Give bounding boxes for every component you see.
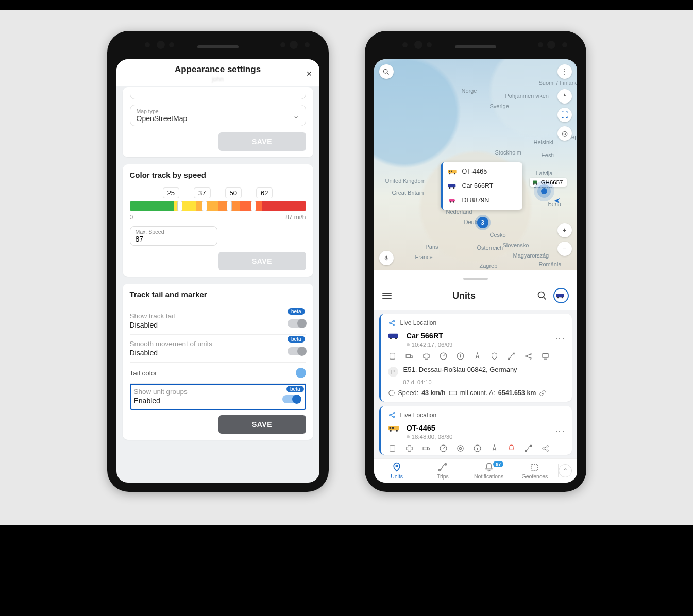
live-location-row[interactable]: Live Location (388, 411, 566, 419)
svg-rect-43 (542, 354, 548, 358)
share2-icon[interactable] (524, 352, 533, 361)
toggle-smooth-movement[interactable]: Smooth movement of units Disabled beta (130, 335, 306, 363)
svg-point-29 (395, 337, 396, 339)
popup-unit-row[interactable]: OT-4465 (443, 164, 522, 179)
mic-icon[interactable] (379, 251, 394, 265)
unit-group-popup: OT-4465 Car 566RT DL8879N (441, 162, 522, 210)
route-icon[interactable] (507, 352, 516, 361)
gauge-icon[interactable] (439, 444, 448, 453)
map-label: Suomi / Finland (539, 80, 577, 86)
map-label: United Kingdom (385, 178, 426, 184)
map-label: Eesti (542, 152, 554, 158)
slider-handle[interactable] (251, 201, 256, 211)
map[interactable]: Suomi / FinlandSverigeNorgePohjanmeri vi… (374, 59, 577, 270)
unit-card[interactable]: Live Location OT-4465 18:48:00, 08/30 ⋮ (379, 406, 572, 455)
compass-icon[interactable] (490, 444, 499, 453)
nav-trips[interactable]: Trips (420, 462, 466, 480)
map-label: Sverige (490, 103, 509, 109)
puzzle-icon[interactable] (405, 444, 414, 453)
share2-icon[interactable] (541, 444, 550, 453)
list-title: Units (452, 290, 476, 301)
map-label: Stockholm (495, 149, 521, 156)
more-icon[interactable]: ⋮ (557, 64, 572, 79)
slider-handle[interactable] (177, 201, 182, 211)
tail-color-swatch[interactable] (296, 368, 306, 378)
nav-geofences[interactable]: Geofences (512, 462, 557, 480)
svg-point-35 (460, 354, 461, 355)
close-icon[interactable]: ✕ (306, 70, 312, 78)
info-icon[interactable] (456, 352, 465, 361)
max-speed-label: Max. Speed (136, 229, 212, 235)
nav-notifications[interactable]: 97 Notifications (466, 462, 512, 480)
nav-units[interactable]: Units (374, 462, 420, 480)
odometer-icon (449, 390, 457, 396)
unit-card[interactable]: Live Location Car 566RT 10:42:17, 06/09 … (379, 314, 572, 402)
zoom-out-button[interactable]: − (557, 242, 572, 256)
compass-icon[interactable] (557, 89, 572, 104)
user-avatar[interactable] (553, 288, 569, 303)
device-icon[interactable] (388, 352, 397, 361)
compass-icon[interactable] (473, 352, 482, 361)
route-icon[interactable] (524, 444, 533, 453)
map-label: România (539, 261, 562, 267)
monitor-icon[interactable] (541, 352, 550, 361)
beta-badge: beta (286, 386, 303, 392)
svg-point-28 (390, 337, 391, 339)
switch-off[interactable] (288, 347, 306, 355)
unit-action-icons (388, 352, 566, 361)
svg-rect-57 (390, 446, 395, 451)
gauge-icon[interactable] (439, 352, 448, 361)
popup-unit-row[interactable]: Car 566RT (443, 179, 522, 193)
switch-on[interactable] (282, 395, 301, 403)
unit-cluster-marker[interactable]: 3 (477, 217, 488, 228)
speed-color-slider[interactable] (130, 201, 306, 211)
map-type-select[interactable]: Map type OpenStreetMap ⌄ (130, 105, 306, 126)
drag-handle[interactable] (463, 278, 488, 280)
map-label: Magyarország (513, 252, 549, 259)
device-icon[interactable] (388, 444, 397, 453)
truck-icon[interactable] (405, 352, 414, 361)
svg-point-23 (393, 320, 395, 322)
popup-unit-row[interactable]: DL8879N (443, 193, 522, 208)
alert-icon[interactable] (507, 444, 516, 453)
live-location-row[interactable]: Live Location (388, 319, 566, 327)
fit-to-screen-icon[interactable]: ⛶ (557, 108, 572, 122)
svg-point-10 (453, 187, 454, 189)
more-icon[interactable]: ⋮ (554, 426, 566, 436)
list-header: Units (374, 282, 577, 310)
share-icon (388, 319, 396, 327)
search-icon[interactable] (537, 290, 547, 301)
menu-icon[interactable] (382, 293, 392, 299)
slider-handle[interactable] (227, 201, 232, 211)
toggle-show-unit-groups[interactable]: Show unit groups Enabled beta (130, 384, 306, 410)
switch-off[interactable] (288, 319, 306, 328)
svg-line-18 (544, 297, 546, 299)
locate-me-icon[interactable]: ◎ (557, 126, 572, 141)
zoom-in-button[interactable]: + (557, 223, 572, 237)
truck-icon[interactable] (422, 444, 431, 453)
svg-point-37 (513, 353, 515, 354)
more-icon[interactable]: ⋮ (554, 334, 566, 344)
max-speed-input[interactable]: Max. Speed 87 (130, 226, 217, 246)
target-icon[interactable] (456, 444, 465, 453)
tail-section-title: Track tail and marker (130, 290, 306, 299)
partial-field-above[interactable] (130, 87, 306, 99)
save-button-map[interactable]: SAVE (218, 132, 306, 151)
svg-point-21 (561, 297, 563, 299)
toggle-show-track-tail[interactable]: Show track tail Disabled beta (130, 307, 306, 335)
map-label: Pohjanmeri viken (505, 93, 549, 99)
save-button-color[interactable]: SAVE (218, 252, 306, 270)
slider-handle[interactable] (202, 201, 207, 211)
svg-point-39 (530, 353, 531, 355)
map-type-value: OpenStreetMap (137, 114, 299, 123)
unit-name: OT-4465 (407, 424, 435, 432)
save-button-tail[interactable]: SAVE (218, 415, 306, 434)
search-icon[interactable] (379, 64, 394, 79)
info-icon[interactable] (473, 444, 482, 453)
puzzle-icon[interactable] (422, 352, 431, 361)
shield-icon[interactable] (490, 352, 499, 361)
unit-marker-chip[interactable]: GH6657 (530, 178, 567, 187)
collapse-icon[interactable]: ⌃ (559, 464, 572, 477)
svg-line-25 (391, 321, 393, 323)
tail-color-row[interactable]: Tail color (130, 363, 306, 384)
